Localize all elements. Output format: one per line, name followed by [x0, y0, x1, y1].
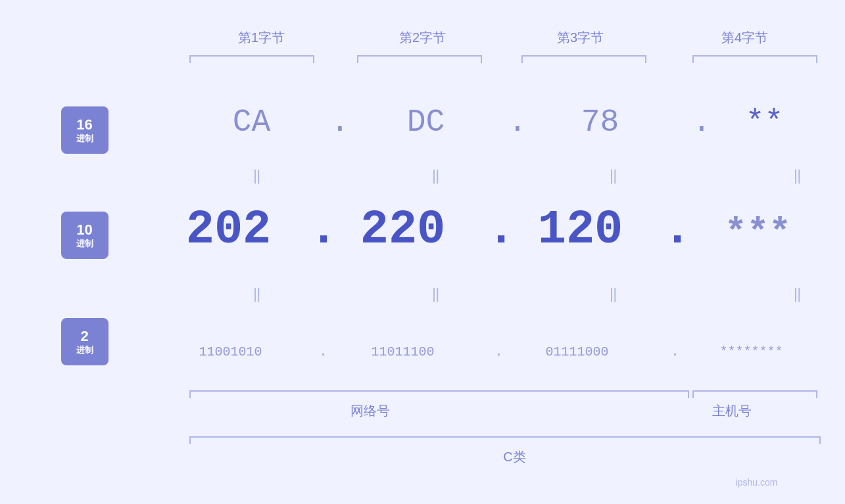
- eq4-hex-dec: ‖: [778, 167, 817, 185]
- bin-dot3: .: [671, 344, 679, 359]
- bracket-host: [692, 390, 817, 392]
- hex-dot1: .: [331, 104, 350, 140]
- class-label: C类: [449, 448, 581, 466]
- hex-val3: 78: [561, 104, 640, 140]
- hex-val1: CA: [206, 104, 298, 140]
- bin-dot1: .: [320, 344, 327, 359]
- eq2-dec-bin: ‖: [416, 285, 456, 303]
- base2-label: 2 进制: [61, 318, 109, 365]
- bracket-top-col2: [357, 55, 482, 57]
- bin-val3: 01111000: [525, 344, 630, 359]
- eq3-dec-bin: ‖: [594, 285, 633, 303]
- eq1-hex-dec: ‖: [237, 167, 277, 185]
- bracket-top-col4: [692, 55, 817, 57]
- network-label: 网络号: [350, 402, 390, 420]
- col3-header: 第3字节: [521, 29, 640, 47]
- col2-header: 第2字节: [364, 29, 482, 47]
- eq3-hex-dec: ‖: [594, 167, 633, 185]
- eq2-hex-dec: ‖: [416, 167, 456, 185]
- eq1-dec-bin: ‖: [237, 285, 277, 303]
- bin-dot2: .: [495, 344, 503, 359]
- content-area: ipshu.com 16 进制 10 进制 2 进制 第1字节 第2字节 第3字…: [61, 9, 785, 495]
- bracket-top-col3: [521, 55, 646, 57]
- bin-val4: ********: [692, 344, 811, 359]
- dec-dot2: .: [487, 203, 516, 257]
- hex-dot2: .: [508, 104, 527, 140]
- base16-label: 16 进制: [61, 106, 109, 154]
- dec-val2: 220: [344, 203, 462, 257]
- dec-dot3: .: [664, 203, 692, 257]
- hex-val4: **: [719, 104, 811, 140]
- bin-val1: 11001010: [178, 344, 283, 359]
- hex-dot3: .: [692, 104, 712, 140]
- bracket-top-col1: [189, 55, 314, 57]
- base10-label: 10 进制: [61, 212, 109, 259]
- dec-dot1: .: [310, 203, 338, 257]
- bin-val2: 11011100: [350, 344, 456, 359]
- main-container: ipshu.com 16 进制 10 进制 2 进制 第1字节 第2字节 第3字…: [0, 0, 845, 504]
- host-label: 主机号: [712, 402, 752, 420]
- eq4-dec-bin: ‖: [778, 285, 817, 303]
- col4-header: 第4字节: [686, 29, 804, 47]
- bracket-class: [189, 436, 821, 438]
- watermark: ipshu.com: [736, 477, 778, 488]
- dec-val3: 120: [521, 203, 640, 257]
- dec-val4: ***: [699, 212, 817, 254]
- col1-header: 第1字节: [203, 29, 321, 47]
- bracket-network: [189, 390, 689, 392]
- dec-val1: 202: [170, 203, 288, 257]
- hex-val2: DC: [380, 104, 472, 140]
